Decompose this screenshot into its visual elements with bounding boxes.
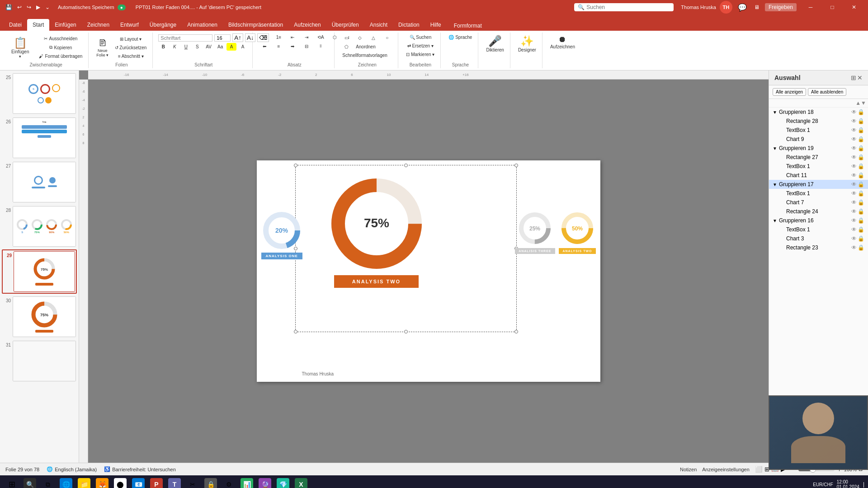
tab-ansicht[interactable]: Ansicht xyxy=(364,19,393,31)
lock-icon-tb1-17[interactable]: 🔒 xyxy=(858,190,864,197)
undo-button[interactable]: ↩ xyxy=(15,4,24,11)
slide-thumb-29[interactable]: 29 75% xyxy=(2,249,77,294)
present-button[interactable]: ▶ xyxy=(34,4,42,11)
app12-button[interactable]: 💎 xyxy=(275,476,291,488)
handle-bm[interactable] xyxy=(404,330,408,333)
chrome-button[interactable]: ⬤ xyxy=(112,476,128,488)
minimize-button[interactable]: ─ xyxy=(800,0,821,14)
tab-start[interactable]: Start xyxy=(27,19,49,31)
outlook-button[interactable]: 📧 xyxy=(130,476,146,488)
tree-item-gruppieren-17[interactable]: ▼ Gruppieren 17 👁 🔒 xyxy=(769,180,868,189)
bold-button[interactable]: B xyxy=(158,43,168,51)
present-mode-button[interactable]: 🖥 xyxy=(752,4,761,11)
text-case-button[interactable]: Aa xyxy=(215,43,225,51)
tab-datei[interactable]: Datei xyxy=(4,19,27,31)
search-input[interactable] xyxy=(586,4,668,10)
tree-item-rect23[interactable]: Rectangle 23 👁 🔒 xyxy=(776,243,868,252)
shape5-button[interactable]: ⬠ xyxy=(340,42,353,51)
strikethrough-button[interactable]: S xyxy=(192,43,202,51)
comment-button[interactable]: 💬 xyxy=(736,3,749,12)
font-family-input[interactable] xyxy=(158,34,212,42)
visibility-icon-chart3[interactable]: 👁 xyxy=(851,235,857,242)
neue-folie-button[interactable]: 🖹 NeueFolie ▾ xyxy=(94,37,111,59)
share-button[interactable]: Freigeben xyxy=(765,3,797,11)
view-settings-button[interactable]: Anzeigeeinstellungen xyxy=(702,467,750,472)
lock-icon-16[interactable]: 🔒 xyxy=(858,217,864,224)
tab-entwurf[interactable]: Entwurf xyxy=(115,19,144,31)
tab-uebergaenge[interactable]: Übergänge xyxy=(144,19,182,31)
taskview-button[interactable]: ⧉ xyxy=(40,476,56,488)
app10-button[interactable]: 📊 xyxy=(239,476,255,488)
highlight-button[interactable]: A xyxy=(226,43,236,51)
notes-button[interactable]: Notizen xyxy=(680,467,697,472)
shape3-button[interactable]: △ xyxy=(367,33,380,42)
tab-hilfe[interactable]: Hilfe xyxy=(425,19,447,31)
increase-font-button[interactable]: A↑ xyxy=(232,33,243,42)
tree-item-rect27[interactable]: Rectangle 27 👁 🔒 xyxy=(776,153,868,162)
diktieren-button[interactable]: 🎤 Diktieren xyxy=(484,33,506,54)
char-spacing-button[interactable]: AV xyxy=(203,43,214,51)
align-left-button[interactable]: ⬅ xyxy=(258,42,271,50)
justify-button[interactable]: ⊟ xyxy=(300,42,313,50)
slide-thumb-27[interactable]: 27 xyxy=(2,161,77,203)
tab-bildschirm[interactable]: Bildschirmpräsentation xyxy=(223,19,288,31)
numbering-button[interactable]: 1≡ xyxy=(272,33,285,41)
tree-item-gruppieren-19[interactable]: ▼ Gruppieren 19 👁 🔒 xyxy=(769,144,868,153)
selection-collapse-button[interactable]: ⊞ xyxy=(851,74,856,81)
slide-thumb-25[interactable]: 25 S xyxy=(2,72,77,115)
handle-tm[interactable] xyxy=(404,164,408,167)
tree-item-textbox1-17[interactable]: TextBox 1 👁 🔒 xyxy=(776,189,868,198)
powerpoint-button[interactable]: P xyxy=(148,476,165,488)
tree-item-rect24[interactable]: Rectangle 24 👁 🔒 xyxy=(776,207,868,216)
settings-button[interactable]: ⚙ xyxy=(221,476,237,488)
schnellformatvorlagen-button[interactable]: Schnell­format­vorlagen xyxy=(340,52,390,59)
show-desktop-button[interactable]: | xyxy=(863,481,864,488)
sort-down-button[interactable]: ▼ xyxy=(861,100,866,106)
visibility-icon-tb1-16[interactable]: 👁 xyxy=(851,226,857,233)
tab-zeichnen[interactable]: Zeichnen xyxy=(82,19,115,31)
tree-item-textbox1-16[interactable]: TextBox 1 👁 🔒 xyxy=(776,225,868,234)
visibility-icon-chart11[interactable]: 👁 xyxy=(851,172,857,178)
app11-button[interactable]: 🔮 xyxy=(257,476,273,488)
visibility-icon-tb1-17[interactable]: 👁 xyxy=(851,190,857,197)
sort-up-button[interactable]: ▲ xyxy=(855,100,861,106)
lock-icon-tb1-16[interactable]: 🔒 xyxy=(858,226,864,233)
visibility-icon-rect27[interactable]: 👁 xyxy=(851,154,857,160)
excel-button[interactable]: X xyxy=(293,476,309,488)
tree-item-gruppieren-18[interactable]: ▼ Gruppieren 18 👁 🔒 xyxy=(769,108,868,117)
visibility-icon-chart7[interactable]: 👁 xyxy=(851,199,857,206)
teams-button[interactable]: T xyxy=(166,476,183,488)
firefox-button[interactable]: 🦊 xyxy=(94,476,110,488)
shape-button[interactable]: ▭ xyxy=(340,33,353,42)
tab-aufzeichen[interactable]: Aufzeichen xyxy=(288,19,326,31)
tab-dictation[interactable]: Dictation xyxy=(393,19,425,31)
tree-item-textbox1-18[interactable]: TextBox 1 👁 🔒 xyxy=(776,126,868,135)
tree-item-chart9[interactable]: Chart 9 👁 🔒 xyxy=(776,135,868,144)
format-button[interactable]: 🖌Format übertragen xyxy=(37,52,85,60)
selection-close-button[interactable]: ✕ xyxy=(857,74,863,81)
handle-bl[interactable] xyxy=(294,330,297,333)
slide-thumb-31[interactable]: 31 xyxy=(2,340,77,382)
lock-icon-tb1-19[interactable]: 🔒 xyxy=(858,163,864,169)
more-options-button[interactable]: ⌄ xyxy=(43,4,52,11)
slide-thumb-28[interactable]: 28 S 75% xyxy=(2,205,77,248)
ersetzen-button[interactable]: ⇄ Ersetzen ▾ xyxy=(404,42,437,50)
einfuegen-button[interactable]: 📋 Einfügen ▾ xyxy=(7,34,33,61)
visibility-icon-tb1-18[interactable]: 👁 xyxy=(851,127,857,133)
decrease-indent-button[interactable]: ⇤ xyxy=(286,33,299,41)
tree-item-rect28[interactable]: Rectangle 28 👁 🔒 xyxy=(776,117,868,126)
handle-tr[interactable] xyxy=(514,164,518,167)
tab-animationen[interactable]: Animationen xyxy=(182,19,223,31)
visibility-icon-rect24[interactable]: 👁 xyxy=(851,208,857,215)
lock-icon-chart9[interactable]: 🔒 xyxy=(858,136,864,142)
lock-icon-rect24[interactable]: 🔒 xyxy=(858,208,864,215)
cut-button[interactable]: ✂Ausschneiden xyxy=(37,35,85,42)
increase-indent-button[interactable]: ⇥ xyxy=(300,33,313,41)
tab-formformat[interactable]: Formformat xyxy=(447,21,489,31)
font-color-button[interactable]: A xyxy=(238,43,248,51)
visibility-icon-rect28[interactable]: 👁 xyxy=(851,118,857,124)
text-direction-button[interactable]: ⟲A xyxy=(314,33,327,41)
visibility-icon-chart9[interactable]: 👁 xyxy=(851,136,857,142)
visibility-icon-18[interactable]: 👁 xyxy=(851,109,857,115)
tab-einfuegen[interactable]: Einfügen xyxy=(49,19,81,31)
